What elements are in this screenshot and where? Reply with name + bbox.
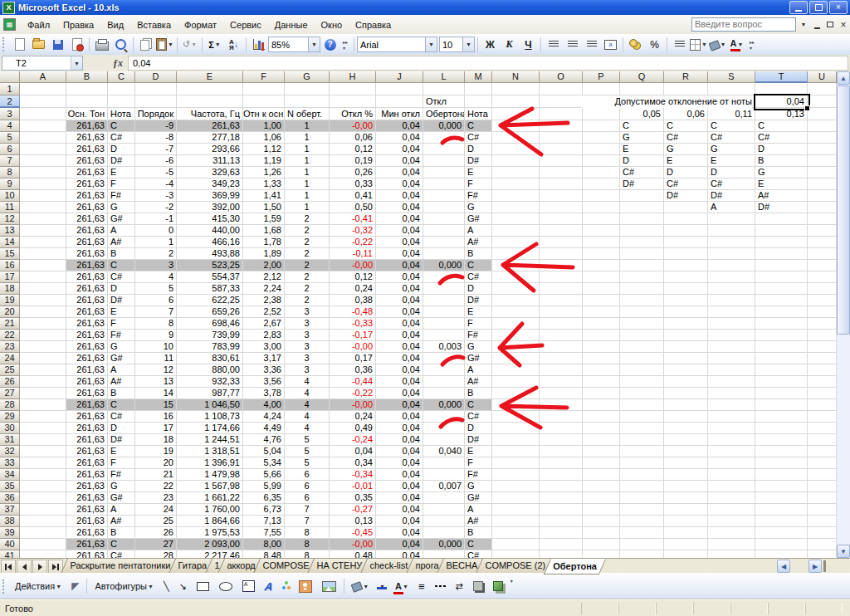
oval-button[interactable]	[214, 577, 237, 595]
cell-F5[interactable]: 1,06	[243, 132, 285, 144]
cell-G17[interactable]: 2	[285, 271, 330, 283]
cell-F20[interactable]: 2,52	[243, 306, 285, 318]
vertical-scrollbar[interactable]: ▲ ▼	[837, 71, 850, 558]
cell-U9[interactable]	[808, 178, 837, 190]
cell-G26[interactable]: 4	[285, 376, 330, 388]
cell-G10[interactable]: 1	[285, 190, 330, 202]
cell-U36[interactable]	[808, 492, 837, 504]
cell-L10[interactable]	[423, 190, 465, 202]
cell-Q8[interactable]: C#	[620, 167, 664, 178]
cell-O30[interactable]	[540, 423, 583, 434]
cell-H41[interactable]: 0,48	[330, 550, 376, 558]
cell-C11[interactable]: G	[108, 202, 135, 213]
cell-C31[interactable]: D#	[108, 434, 135, 446]
cell-Q35[interactable]	[620, 481, 664, 492]
cell-H20[interactable]: -0,48	[330, 306, 376, 318]
cell-B25[interactable]: 261,63	[66, 364, 108, 376]
cell-N8[interactable]	[492, 167, 540, 178]
cell-M3[interactable]: Нота	[465, 108, 492, 120]
cell-E30[interactable]: 1 174,66	[177, 423, 243, 434]
cell-H39[interactable]: -0,45	[330, 527, 376, 539]
cell-L13[interactable]	[423, 225, 465, 237]
workbook-minimize-button[interactable]	[810, 18, 823, 31]
cell-D27[interactable]: 14	[135, 388, 177, 399]
cell-G41[interactable]: 8	[285, 550, 330, 558]
cell-A12[interactable]	[20, 213, 66, 225]
cell-S5[interactable]: C#	[708, 132, 755, 144]
cell-C27[interactable]: B	[108, 388, 135, 399]
merge-center-button[interactable]: a	[601, 36, 620, 54]
col-header-G[interactable]: G	[285, 71, 330, 83]
cell-F30[interactable]: 4,49	[243, 423, 285, 434]
cell-Q18[interactable]	[620, 283, 664, 295]
cell-R9[interactable]: C#	[664, 178, 708, 190]
cell-B31[interactable]: 261,63	[66, 434, 108, 446]
col-header-P[interactable]: P	[583, 71, 620, 83]
cell-R31[interactable]	[664, 434, 708, 446]
row-header-21[interactable]: 21	[0, 318, 20, 330]
cell-J35[interactable]: 0,04	[376, 481, 423, 492]
cell-T5[interactable]: C#	[755, 132, 808, 144]
cell-N4[interactable]	[492, 120, 540, 132]
cell-M9[interactable]: F	[465, 178, 492, 190]
cell-E37[interactable]: 1 760,00	[177, 504, 243, 516]
cell-Q5[interactable]: G	[620, 132, 664, 144]
cell-C2[interactable]	[108, 95, 135, 108]
cell-J27[interactable]: 0,04	[376, 388, 423, 399]
cell-P17[interactable]	[583, 271, 620, 283]
cell-R8[interactable]: D	[664, 167, 708, 178]
row-header-40[interactable]: 40	[0, 539, 20, 550]
cell-J38[interactable]: 0,04	[376, 516, 423, 527]
cell-R41[interactable]	[664, 550, 708, 558]
cell-S32[interactable]	[708, 446, 755, 457]
cell-G33[interactable]: 5	[285, 457, 330, 469]
cell-N20[interactable]	[492, 306, 540, 318]
cell-J7[interactable]: 0,04	[376, 155, 423, 167]
cell-Q29[interactable]	[620, 411, 664, 423]
cell-N3[interactable]	[492, 108, 540, 120]
cell-A19[interactable]	[20, 295, 66, 306]
cell-P26[interactable]	[583, 376, 620, 388]
cell-C20[interactable]: E	[108, 306, 135, 318]
cell-T17[interactable]	[755, 271, 808, 283]
cell-L14[interactable]	[423, 237, 465, 248]
cell-R32[interactable]	[664, 446, 708, 457]
cell-U41[interactable]	[808, 550, 837, 558]
row-header-25[interactable]: 25	[0, 364, 20, 376]
cell-C16[interactable]: C	[108, 260, 135, 271]
col-header-T[interactable]: T	[755, 71, 808, 83]
cell-B41[interactable]: 261,63	[66, 550, 108, 558]
workbook-close-button[interactable]: ×	[837, 18, 850, 31]
copy-button[interactable]	[136, 36, 155, 54]
cell-T20[interactable]	[755, 306, 808, 318]
cell-T38[interactable]	[755, 516, 808, 527]
cell-E5[interactable]: 277,18	[177, 132, 243, 144]
row-header-32[interactable]: 32	[0, 446, 20, 457]
cell-Q41[interactable]	[620, 550, 664, 558]
cell-B20[interactable]: 261,63	[66, 306, 108, 318]
cell-P10[interactable]	[583, 190, 620, 202]
cell-D30[interactable]: 17	[135, 423, 177, 434]
cell-G15[interactable]: 2	[285, 248, 330, 260]
cell-S38[interactable]	[708, 516, 755, 527]
cell-E36[interactable]: 1 661,22	[177, 492, 243, 504]
cell-E21[interactable]: 698,46	[177, 318, 243, 330]
cell-H27[interactable]: -0,22	[330, 388, 376, 399]
row-header-26[interactable]: 26	[0, 376, 20, 388]
cell-B39[interactable]: 261,63	[66, 527, 108, 539]
cell-R3[interactable]: 0,06	[664, 108, 708, 120]
cell-R4[interactable]: C	[664, 120, 708, 132]
autoshapes-button[interactable]: Автофигуры▼	[90, 577, 159, 595]
cell-F4[interactable]: 1,00	[243, 120, 285, 132]
cell-J29[interactable]: 0,04	[376, 411, 423, 423]
cell-L33[interactable]	[423, 457, 465, 469]
cell-N9[interactable]	[492, 178, 540, 190]
cell-A21[interactable]	[20, 318, 66, 330]
cell-Q11[interactable]	[620, 202, 664, 213]
cell-Q23[interactable]	[620, 341, 664, 353]
cell-B37[interactable]: 261,63	[66, 504, 108, 516]
cell-J28[interactable]: 0,04	[376, 399, 423, 411]
cell-G9[interactable]: 1	[285, 178, 330, 190]
cell-D38[interactable]: 25	[135, 516, 177, 527]
cell-F6[interactable]: 1,12	[243, 144, 285, 155]
